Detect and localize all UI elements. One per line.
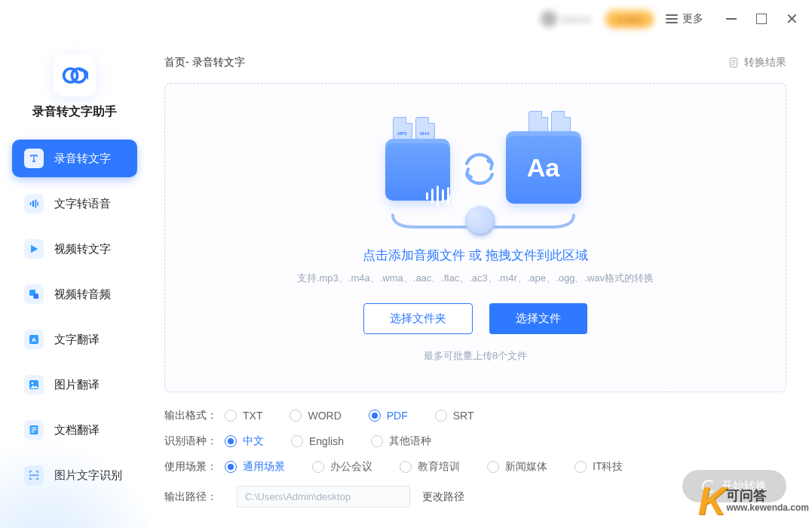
radio-pdf[interactable]: PDF: [369, 410, 408, 422]
nav-item-text-translate[interactable]: A 文字翻译: [12, 321, 137, 358]
translate-text-icon: A: [24, 330, 44, 349]
dropzone-subtitle: 支持.mp3、.m4a、.wma、.aac、.flac、.ac3、.m4r、.a…: [297, 272, 654, 285]
scan-icon: [24, 465, 44, 485]
text-box-icon: Aa: [506, 131, 581, 204]
promo-button[interactable]: ● ●●●: [605, 10, 654, 28]
nav-item-audio-to-text[interactable]: 录音转文字: [12, 140, 137, 177]
title-bar: ●●●● ● ●●● 更多 ✕: [0, 0, 812, 38]
radio-it[interactable]: IT科技: [575, 460, 623, 474]
nav-label: 录音转文字: [54, 152, 111, 166]
window-controls: ✕: [725, 12, 798, 26]
drop-zone[interactable]: MP3 M4A Aa: [164, 83, 786, 392]
radio-general[interactable]: 通用场景: [225, 460, 285, 474]
radio-srt[interactable]: SRT: [435, 410, 474, 422]
radio-icon: [400, 461, 412, 473]
svg-text:A: A: [32, 336, 36, 343]
hamburger-icon: [666, 14, 678, 23]
output-path-input[interactable]: [237, 486, 410, 508]
audio-box-icon: [385, 139, 450, 201]
nav-item-ocr[interactable]: 图片文字识别: [12, 456, 137, 494]
svg-rect-5: [38, 201, 38, 205]
svg-rect-16: [29, 474, 38, 475]
option-label: 识别语种：: [164, 434, 225, 448]
radio-icon: [435, 410, 447, 422]
nav-item-text-to-speech[interactable]: 文字转语音: [12, 185, 137, 223]
brand: 录音转文字助手: [0, 47, 149, 140]
user-name: ●●●●: [562, 14, 591, 25]
start-label: 开始转换: [722, 479, 767, 493]
radio-other-lang[interactable]: 其他语种: [371, 434, 431, 448]
nav-item-image-translate[interactable]: 图片翻译: [12, 366, 137, 404]
radio-office[interactable]: 办公会议: [312, 460, 372, 474]
crumb-current: 录音转文字: [192, 56, 245, 68]
nav-item-video-to-text[interactable]: 视频转文字: [12, 230, 137, 268]
radio-icon: [369, 410, 381, 422]
nav-label: 文字翻译: [54, 333, 100, 347]
select-folder-button[interactable]: 选择文件夹: [363, 303, 473, 334]
spinner-icon: [702, 480, 715, 493]
dropzone-note: 最多可批量上传8个文件: [424, 349, 527, 363]
text-icon: [24, 149, 44, 168]
select-file-button[interactable]: 选择文件: [489, 303, 587, 334]
radio-icon: [225, 410, 237, 422]
user-area[interactable]: ●●●●: [541, 11, 591, 27]
svg-rect-3: [32, 201, 34, 207]
option-label: 输出格式：: [164, 409, 225, 422]
nav: 录音转文字 文字转语音 视频转文字 视频转音频 A 文字翻译: [0, 140, 149, 494]
play-icon: [24, 239, 44, 259]
radio-word[interactable]: WORD: [290, 410, 341, 422]
nav-label: 视频转音频: [54, 287, 111, 302]
convert-result-button[interactable]: 转换结果: [728, 56, 786, 69]
illustration: MP3 M4A Aa: [355, 112, 596, 226]
document-icon: [728, 57, 740, 69]
radio-txt[interactable]: TXT: [225, 410, 262, 422]
radio-icon: [225, 435, 237, 447]
nav-label: 文档翻译: [54, 423, 100, 437]
radio-icon: [371, 435, 383, 447]
radio-education[interactable]: 教育培训: [400, 460, 460, 474]
nav-item-video-to-audio[interactable]: 视频转音频: [12, 275, 137, 313]
crumb-home[interactable]: 首页: [164, 56, 185, 68]
svg-point-11: [32, 382, 34, 385]
radio-group-format: TXT WORD PDF SRT: [225, 410, 786, 422]
nav-label: 视频转文字: [54, 242, 111, 256]
app-window: ●●●● ● ●●● 更多 ✕ 录音转文字助手 录音转文字: [0, 0, 812, 528]
doc-files-icon: [529, 111, 571, 134]
more-button[interactable]: 更多: [661, 9, 708, 29]
options: 输出格式： TXT WORD PDF SRT 识别语种： 中文 English …: [164, 409, 786, 520]
maximize-button[interactable]: [755, 12, 768, 26]
radio-english[interactable]: English: [291, 434, 344, 448]
translate-image-icon: [24, 375, 44, 394]
radio-icon: [291, 435, 303, 447]
svg-rect-4: [35, 200, 36, 208]
start-convert-button[interactable]: 开始转换: [682, 470, 786, 502]
option-row-format: 输出格式： TXT WORD PDF SRT: [164, 409, 786, 422]
knob-icon: [465, 206, 495, 236]
radio-news[interactable]: 新闻媒体: [487, 460, 547, 474]
radio-group-language: 中文 English 其他语种: [225, 434, 786, 448]
svg-rect-7: [33, 293, 38, 299]
svg-rect-14: [32, 429, 37, 430]
swap-arrows-icon: [461, 150, 498, 188]
radio-icon: [487, 461, 499, 473]
radio-icon: [575, 461, 587, 473]
user-avatar-icon: [541, 11, 557, 27]
breadcrumb-separator: -: [185, 56, 192, 68]
minimize-button[interactable]: [725, 12, 738, 26]
breadcrumb: 首页- 录音转文字: [164, 56, 245, 69]
close-button[interactable]: ✕: [785, 12, 798, 26]
translate-doc-icon: [24, 420, 44, 440]
svg-rect-15: [32, 431, 35, 432]
dropzone-title: 点击添加音频文件 或 拖拽文件到此区域: [363, 247, 587, 264]
sidebar: 录音转文字助手 录音转文字 文字转语音 视频转文字 视频转音频: [0, 38, 149, 528]
brand-logo-icon: [54, 54, 96, 97]
audio-files-icon: MP3 M4A: [393, 117, 435, 140]
dropzone-buttons: 选择文件夹 选择文件: [363, 303, 587, 334]
radio-icon: [290, 410, 302, 422]
radio-chinese[interactable]: 中文: [225, 434, 264, 448]
option-label: 输出路径：: [164, 490, 225, 504]
svg-rect-2: [30, 202, 32, 205]
change-path-button[interactable]: 更改路径: [422, 490, 464, 504]
nav-item-doc-translate[interactable]: 文档翻译: [12, 411, 137, 449]
crumb-row: 首页- 录音转文字 转换结果: [164, 56, 786, 69]
